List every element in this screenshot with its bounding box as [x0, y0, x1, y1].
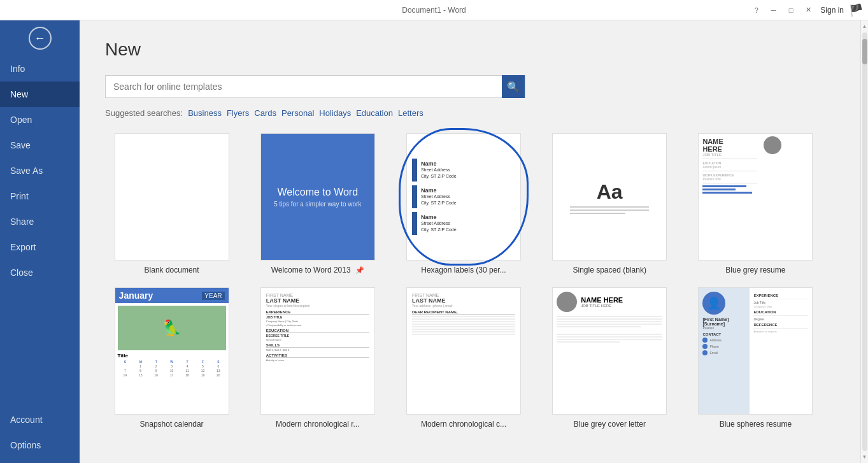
cal-body: 🦜 Title SMTWTFS 123456 78910111213 14151… — [115, 303, 229, 380]
template-blue-spheres-label: Blue spheres resume — [720, 420, 792, 429]
template-modern-resume-r[interactable]: FIRST NAME LAST NAME Your slogan or brie… — [251, 287, 384, 429]
bsr-left: 👤 [First Name][Surname] Position CONTACT… — [699, 288, 750, 414]
scrollbar[interactable]: ▲ ▼ — [860, 20, 868, 463]
scroll-thumb[interactable] — [862, 39, 867, 64]
sidebar-item-info[interactable]: Info — [0, 56, 80, 82]
welcome-sub: 5 tips for a simpler way to work — [274, 201, 361, 208]
hex-row-1: Name Street AddressCity, ST ZIP Code — [412, 159, 515, 182]
bsr-photo: 👤 — [702, 292, 725, 315]
search-button[interactable]: 🔍 — [502, 75, 525, 98]
sidebar-item-options[interactable]: Options — [0, 432, 80, 458]
help-button[interactable]: ? — [751, 5, 762, 15]
content-area: New 🔍 Suggested searches: Business Flyer… — [80, 20, 860, 463]
bgr-left: NAMEHERE JOB TITLE EDUCATION Lorem ipsum… — [699, 134, 761, 260]
bsr-right: EXPERIENCE Job Title Company | Date EDUC… — [750, 288, 812, 414]
bgcl-header: NAME HERE JOB TITLE HERE — [557, 292, 662, 312]
template-blue-grey-resume-thumb: NAMEHERE JOB TITLE EDUCATION Lorem ipsum… — [698, 133, 813, 260]
hex-row-2: Name Street AddressCity, ST ZIP Code — [412, 185, 515, 208]
welcome-title: Welcome to Word — [278, 187, 359, 198]
suggested-letters[interactable]: Letters — [398, 108, 423, 118]
cal-header: January YEAR — [115, 288, 229, 303]
hexagon-circle-wrapper: Name Street AddressCity, ST ZIP Code Nam… — [406, 133, 521, 260]
template-single-spaced-thumb: Aa — [552, 133, 667, 260]
hex-row-1-text: Name Street AddressCity, ST ZIP Code — [421, 160, 457, 180]
sidebar-item-open[interactable]: Open — [0, 107, 80, 132]
template-modern-resume-c-label: Modern chronological c... — [421, 420, 506, 429]
hex-bar-3 — [412, 212, 417, 235]
ss-aa: Aa — [597, 180, 623, 204]
template-single-spaced-label: Single spaced (blank) — [573, 266, 646, 274]
restore-button[interactable]: □ — [785, 5, 797, 15]
cal-month: January — [119, 290, 153, 301]
word-flag-icon: 🏴 — [849, 3, 863, 17]
suggested-personal[interactable]: Personal — [281, 108, 314, 118]
suggested-flyers[interactable]: Flyers — [227, 108, 249, 118]
sidebar-item-save-as[interactable]: Save As — [0, 158, 80, 183]
bgr-right — [761, 134, 812, 260]
template-snapshot-calendar[interactable]: January YEAR 🦜 Title SMTWTFS 123456 7891… — [105, 287, 238, 429]
template-hexagon[interactable]: Name Street AddressCity, ST ZIP Code Nam… — [397, 133, 530, 274]
sidebar-item-share[interactable]: Share — [0, 209, 80, 234]
template-blank[interactable]: Blank document — [105, 133, 238, 274]
hex-row-3: Name Street AddressCity, ST ZIP Code — [412, 212, 515, 235]
template-blank-label: Blank document — [145, 266, 199, 274]
suggested-business[interactable]: Business — [188, 108, 222, 118]
scroll-up-arrow[interactable]: ▲ — [860, 22, 868, 31]
back-arrow-icon: ← — [29, 27, 52, 50]
scroll-down-arrow[interactable]: ▼ — [860, 452, 868, 462]
sidebar: ← Info New Open Save Save As Print Share… — [0, 20, 80, 463]
cal-grid: SMTWTFS 123456 78910111213 1415161718192… — [118, 360, 226, 377]
sidebar-bottom: Account Options — [0, 407, 80, 463]
page-title: New — [105, 39, 835, 60]
template-blue-spheres-thumb: 👤 [First Name][Surname] Position CONTACT… — [698, 287, 813, 415]
template-modern-resume-r-thumb: FIRST NAME LAST NAME Your slogan or brie… — [260, 287, 375, 415]
sidebar-item-new[interactable]: New — [0, 82, 80, 107]
sign-in-button[interactable]: Sign in — [820, 6, 844, 15]
sidebar-item-save[interactable]: Save — [0, 132, 80, 158]
mcr-header: FIRST NAME LAST NAME Your slogan or brie… — [266, 293, 369, 308]
sidebar-item-account[interactable]: Account — [0, 407, 80, 432]
suggested-holidays[interactable]: Holidays — [319, 108, 351, 118]
minimize-button[interactable]: ─ — [767, 5, 780, 15]
hex-bar-2 — [412, 185, 417, 208]
template-welcome-thumb: Welcome to Word 5 tips for a simpler way… — [260, 133, 375, 260]
pin-icon: 📌 — [355, 266, 364, 274]
title-bar-controls: ? ─ □ ✕ Sign in 🏴 — [751, 3, 863, 17]
close-button[interactable]: ✕ — [802, 4, 815, 15]
suggested-cards[interactable]: Cards — [254, 108, 276, 118]
scroll-track[interactable] — [862, 32, 867, 451]
template-blue-grey-cover[interactable]: NAME HERE JOB TITLE HERE — [543, 287, 676, 429]
suggested-education[interactable]: Education — [356, 108, 393, 118]
template-blue-grey-cover-label: Blue grey cover letter — [574, 420, 646, 429]
back-button[interactable]: ← — [0, 20, 80, 56]
template-snapshot-calendar-label: Snapshot calendar — [140, 420, 204, 429]
ss-lines — [570, 206, 650, 214]
bgcl-photo — [557, 292, 577, 312]
hex-bar-1 — [412, 159, 417, 182]
search-bar: 🔍 — [105, 75, 525, 98]
sidebar-item-close[interactable]: Close — [0, 260, 80, 285]
sidebar-item-export[interactable]: Export — [0, 234, 80, 260]
template-welcome[interactable]: Welcome to Word 5 tips for a simpler way… — [251, 133, 384, 274]
template-blue-grey-resume-label: Blue grey resume — [725, 266, 785, 274]
search-input[interactable] — [106, 82, 502, 92]
template-hexagon-label: Hexagon labels (30 per... — [421, 266, 506, 274]
suggested-label: Suggested searches: — [105, 108, 183, 118]
template-blue-grey-cover-thumb: NAME HERE JOB TITLE HERE — [552, 287, 667, 415]
template-single-spaced[interactable]: Aa Single spaced (blank) — [543, 133, 676, 274]
template-snapshot-calendar-thumb: January YEAR 🦜 Title SMTWTFS 123456 7891… — [115, 287, 229, 415]
template-modern-resume-c-thumb: FIRST NAME LAST NAME Your address | phon… — [406, 287, 521, 415]
sidebar-item-print[interactable]: Print — [0, 183, 80, 209]
template-blue-grey-resume[interactable]: NAMEHERE JOB TITLE EDUCATION Lorem ipsum… — [689, 133, 822, 274]
template-modern-resume-c[interactable]: FIRST NAME LAST NAME Your address | phon… — [397, 287, 530, 429]
template-blue-spheres[interactable]: 👤 [First Name][Surname] Position CONTACT… — [689, 287, 822, 429]
mcr-c-header: FIRST NAME LAST NAME Your address | phon… — [412, 293, 515, 308]
template-modern-resume-r-label: Modern chronological r... — [276, 420, 359, 429]
title-bar: Document1 - Word ? ─ □ ✕ Sign in 🏴 — [0, 0, 868, 20]
template-welcome-label: Welcome to Word 2013 📌 — [271, 266, 364, 274]
main-layout: ← Info New Open Save Save As Print Share… — [0, 20, 868, 463]
hex-row-3-text: Name Street AddressCity, ST ZIP Code — [421, 214, 457, 233]
suggested-searches: Suggested searches: Business Flyers Card… — [105, 108, 835, 118]
hex-row-2-text: Name Street AddressCity, ST ZIP Code — [421, 187, 457, 206]
window-title: Document1 - Word — [402, 6, 466, 15]
